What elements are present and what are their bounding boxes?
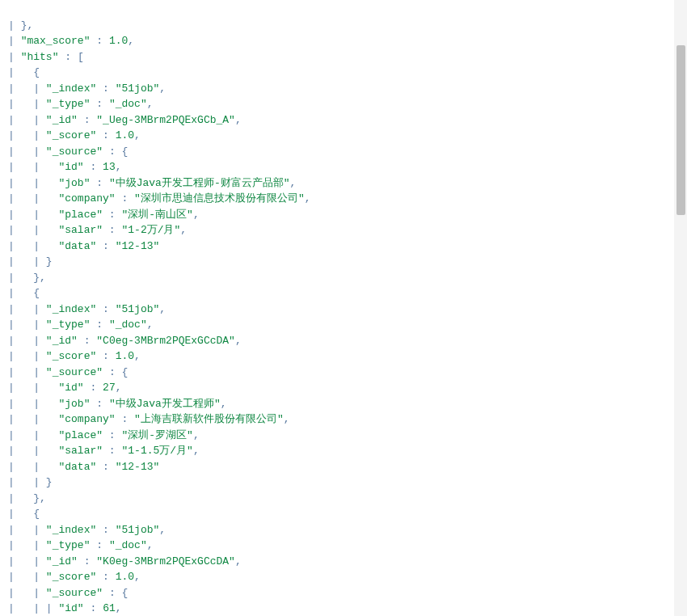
json-string: "_doc" [109,319,147,331]
scrollbar[interactable] [674,0,687,616]
json-key: "id" [58,382,83,394]
json-string: "1-1.5万/月" [121,445,192,457]
json-string: "中级Java开发工程师" [109,398,221,410]
json-key: "_index" [46,303,96,315]
json-key: "salar" [58,224,103,236]
json-key: "data" [58,240,96,252]
json-string: "K0eg-3MBrm2PQExGCcDA" [96,555,235,567]
json-key: "_id" [46,335,78,347]
json-key: "_score" [46,350,96,362]
json-key: "company" [58,192,115,205]
json-number: 1.0 [116,129,134,141]
json-key: "company" [58,413,115,425]
json-number: 13 [103,161,116,173]
json-key: "salar" [58,445,103,457]
json-string: "12-13" [116,240,160,252]
json-key: "_source" [46,146,103,158]
json-string: "上海吉联新软件股份有限公司" [134,413,284,425]
json-string: "_Ueg-3MBrm2PQExGCb_A" [96,114,235,126]
closing-brace: }, [21,19,34,32]
json-number: 1.0 [116,350,134,362]
json-key: "_type" [46,98,91,110]
json-key: "id" [58,161,83,173]
json-key: "max_score" [21,35,91,47]
json-string: "51job" [116,524,160,536]
json-string: "_doc" [109,539,147,551]
scrollbar-thumb[interactable] [676,45,685,215]
json-string: "12-13" [116,461,160,473]
json-number: 1.0 [116,571,134,583]
json-key: "_index" [46,82,96,95]
json-source: | }, | "max_score" : 1.0, | "hits" : [ |… [6,18,674,617]
json-key: "_source" [46,587,103,599]
json-key: "place" [58,209,103,221]
json-key: "_id" [46,114,78,126]
json-number: 27 [103,382,116,394]
json-key: "data" [58,461,96,473]
json-string: "深圳-南山区" [121,209,192,221]
json-key: "job" [58,177,90,189]
json-string: "C0eg-3MBrm2PQExGCcDA" [96,335,235,347]
json-string: "深圳市思迪信息技术股份有限公司" [134,192,305,205]
json-key: "_type" [46,539,91,551]
json-key: "place" [58,429,103,441]
json-key: "_index" [46,524,96,536]
json-key: "job" [58,398,90,410]
json-key: "_type" [46,319,91,331]
json-string: "51job" [116,82,160,95]
json-number: 61 [103,602,116,614]
json-key: "_id" [46,555,78,567]
json-key: "hits" [21,51,59,63]
json-key: "id" [58,602,83,614]
json-key: "_source" [46,366,103,378]
json-code-area: | }, | "max_score" : 1.0, | "hits" : [ |… [0,0,674,616]
json-string: "51job" [116,303,160,315]
json-string: "1-2万/月" [121,224,180,236]
json-string: "深圳-罗湖区" [121,429,192,441]
json-string: "_doc" [109,98,147,110]
json-key: "_score" [46,571,96,583]
json-key: "_score" [46,129,96,141]
code-view-container: | }, | "max_score" : 1.0, | "hits" : [ |… [0,0,687,616]
json-string: "中级Java开发工程师-财富云产品部" [109,177,290,189]
json-number: 1.0 [109,35,128,47]
